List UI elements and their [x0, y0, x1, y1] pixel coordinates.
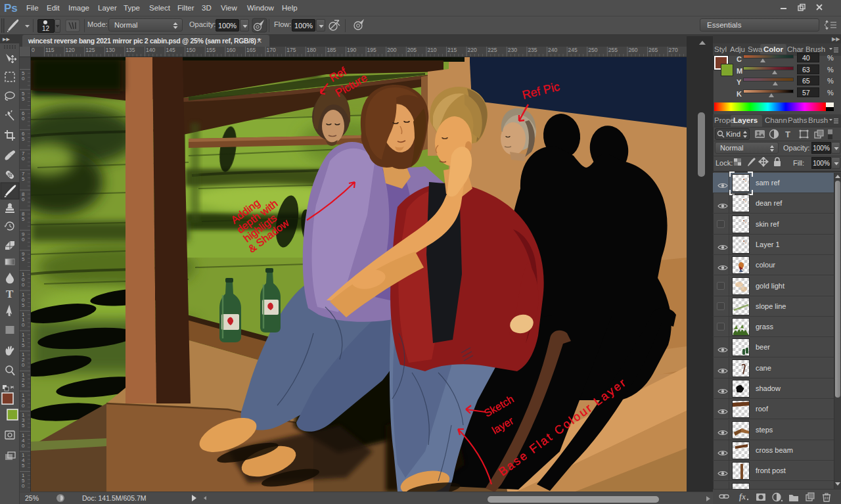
svg-text:0: 0: [22, 483, 25, 489]
svg-text:0: 0: [22, 196, 25, 202]
svg-text:0: 0: [22, 76, 25, 81]
svg-text:180: 180: [307, 47, 316, 53]
svg-text:5: 5: [22, 256, 25, 262]
svg-text:220: 220: [468, 47, 477, 53]
svg-text:260: 260: [628, 47, 637, 53]
svg-text:225: 225: [488, 47, 497, 53]
svg-text:5: 5: [22, 176, 25, 182]
svg-text:235: 235: [528, 47, 537, 53]
svg-text:5: 5: [22, 216, 25, 222]
svg-text:0: 0: [22, 116, 25, 122]
svg-text:130: 130: [106, 47, 115, 53]
svg-text:140: 140: [146, 47, 155, 53]
svg-text:T: T: [785, 129, 790, 139]
svg-text:240: 240: [548, 47, 557, 53]
svg-text:5: 5: [22, 423, 25, 428]
svg-text:210: 210: [427, 47, 436, 53]
svg-text:165: 165: [246, 47, 256, 53]
svg-text:195: 195: [367, 47, 376, 53]
svg-text:215: 215: [447, 47, 457, 53]
svg-text:T: T: [6, 288, 14, 300]
svg-text:135: 135: [125, 47, 135, 53]
svg-text:0: 0: [22, 282, 25, 288]
svg-text:155: 155: [206, 47, 216, 53]
svg-text:185: 185: [327, 47, 336, 53]
svg-text:5: 5: [22, 463, 25, 469]
svg-text:0: 0: [22, 362, 25, 368]
svg-text:125: 125: [85, 47, 95, 53]
svg-text:255: 255: [608, 47, 618, 53]
svg-text:170: 170: [267, 47, 276, 53]
svg-text:5: 5: [22, 342, 25, 348]
svg-text:5: 5: [22, 302, 25, 308]
svg-text:150: 150: [186, 47, 195, 53]
svg-text:200: 200: [387, 47, 396, 53]
svg-text:fx: fx: [739, 492, 746, 501]
svg-text:205: 205: [407, 47, 417, 53]
svg-text:270: 270: [669, 47, 678, 53]
svg-text:0: 0: [22, 156, 25, 162]
svg-text:0: 0: [32, 47, 35, 53]
svg-text:230: 230: [508, 47, 517, 53]
svg-text:0: 0: [22, 322, 25, 328]
svg-text:5: 5: [22, 382, 25, 388]
svg-text:5: 5: [22, 96, 25, 102]
svg-text:115: 115: [45, 47, 55, 53]
svg-text:160: 160: [226, 47, 235, 53]
svg-text:145: 145: [166, 47, 175, 53]
svg-text:190: 190: [347, 47, 356, 53]
svg-text:250: 250: [588, 47, 597, 53]
svg-text:175: 175: [286, 47, 296, 53]
svg-text:265: 265: [648, 47, 658, 53]
svg-text:245: 245: [568, 47, 578, 53]
svg-text:120: 120: [66, 47, 75, 53]
svg-text:0: 0: [22, 237, 25, 242]
svg-text:5: 5: [22, 136, 25, 142]
svg-text:0: 0: [22, 443, 25, 449]
svg-text:0: 0: [22, 403, 25, 409]
